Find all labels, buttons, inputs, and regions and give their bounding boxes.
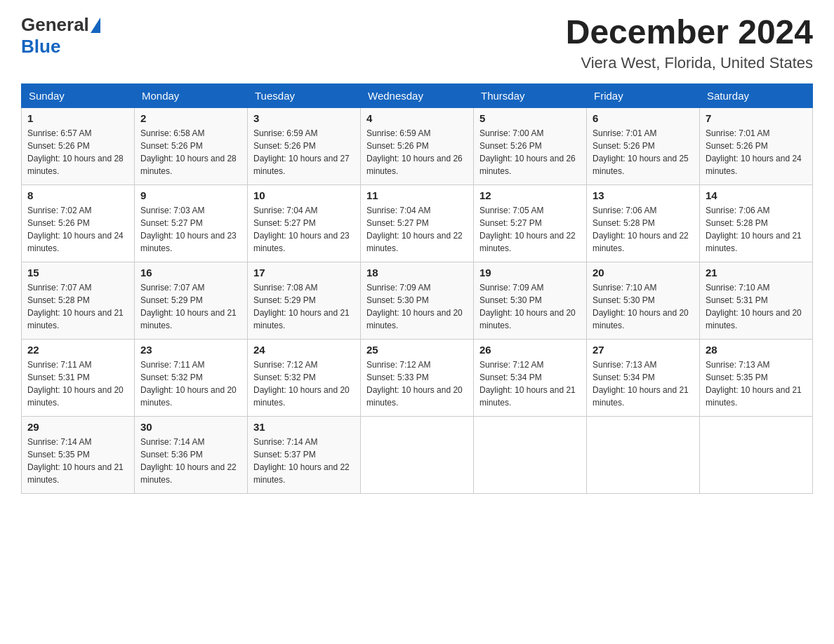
day-info: Sunrise: 7:00 AMSunset: 5:26 PMDaylight:…	[479, 127, 581, 177]
calendar-day-cell: 26Sunrise: 7:12 AMSunset: 5:34 PMDayligh…	[474, 339, 587, 416]
day-number: 27	[593, 344, 694, 356]
day-info: Sunrise: 7:06 AMSunset: 5:28 PMDaylight:…	[593, 204, 694, 255]
day-info: Sunrise: 7:05 AMSunset: 5:27 PMDaylight:…	[479, 204, 581, 255]
day-number: 3	[253, 112, 355, 124]
calendar-day-cell: 17Sunrise: 7:08 AMSunset: 5:29 PMDayligh…	[248, 262, 361, 339]
calendar-day-cell: 20Sunrise: 7:10 AMSunset: 5:30 PMDayligh…	[587, 262, 700, 339]
day-number: 26	[479, 344, 581, 356]
day-number: 1	[27, 112, 128, 124]
calendar-day-cell: 29Sunrise: 7:14 AMSunset: 5:35 PMDayligh…	[22, 416, 135, 493]
day-number: 19	[479, 267, 581, 279]
day-number: 29	[27, 421, 128, 433]
day-number: 25	[366, 344, 468, 356]
day-info: Sunrise: 7:07 AMSunset: 5:29 PMDaylight:…	[140, 281, 241, 332]
day-info: Sunrise: 6:57 AMSunset: 5:26 PMDaylight:…	[27, 127, 128, 177]
weekday-header: Saturday	[700, 83, 813, 107]
calendar-day-cell	[587, 416, 700, 493]
day-info: Sunrise: 6:59 AMSunset: 5:26 PMDaylight:…	[366, 127, 468, 177]
calendar-day-cell: 10Sunrise: 7:04 AMSunset: 5:27 PMDayligh…	[248, 185, 361, 262]
calendar-day-cell: 6Sunrise: 7:01 AMSunset: 5:26 PMDaylight…	[587, 107, 700, 185]
calendar-day-cell: 5Sunrise: 7:00 AMSunset: 5:26 PMDaylight…	[474, 107, 587, 185]
logo-triangle-icon	[91, 18, 100, 33]
calendar-day-cell: 22Sunrise: 7:11 AMSunset: 5:31 PMDayligh…	[22, 339, 135, 416]
calendar-day-cell: 11Sunrise: 7:04 AMSunset: 5:27 PMDayligh…	[361, 185, 474, 262]
day-number: 7	[706, 112, 807, 124]
calendar-header: SundayMondayTuesdayWednesdayThursdayFrid…	[22, 83, 813, 107]
calendar-day-cell: 28Sunrise: 7:13 AMSunset: 5:35 PMDayligh…	[700, 339, 813, 416]
day-number: 21	[706, 267, 807, 279]
day-info: Sunrise: 7:11 AMSunset: 5:32 PMDaylight:…	[140, 358, 241, 409]
day-number: 4	[366, 112, 468, 124]
calendar-day-cell: 27Sunrise: 7:13 AMSunset: 5:34 PMDayligh…	[587, 339, 700, 416]
calendar-day-cell	[361, 416, 474, 493]
calendar-day-cell: 30Sunrise: 7:14 AMSunset: 5:36 PMDayligh…	[135, 416, 248, 493]
day-number: 12	[479, 189, 581, 201]
logo-blue-text: Blue	[21, 36, 60, 57]
day-number: 13	[593, 189, 694, 201]
day-number: 16	[140, 267, 241, 279]
weekday-header: Tuesday	[248, 83, 361, 107]
calendar-day-cell: 18Sunrise: 7:09 AMSunset: 5:30 PMDayligh…	[361, 262, 474, 339]
day-info: Sunrise: 7:06 AMSunset: 5:28 PMDaylight:…	[706, 204, 807, 255]
day-info: Sunrise: 7:08 AMSunset: 5:29 PMDaylight:…	[253, 281, 355, 332]
calendar-day-cell: 24Sunrise: 7:12 AMSunset: 5:32 PMDayligh…	[248, 339, 361, 416]
calendar-day-cell: 12Sunrise: 7:05 AMSunset: 5:27 PMDayligh…	[474, 185, 587, 262]
day-info: Sunrise: 7:04 AMSunset: 5:27 PMDaylight:…	[253, 204, 355, 255]
logo: General Blue	[21, 14, 100, 58]
day-info: Sunrise: 7:01 AMSunset: 5:26 PMDaylight:…	[706, 127, 807, 177]
calendar-day-cell: 14Sunrise: 7:06 AMSunset: 5:28 PMDayligh…	[700, 185, 813, 262]
day-info: Sunrise: 7:12 AMSunset: 5:33 PMDaylight:…	[366, 358, 468, 409]
day-number: 31	[253, 421, 355, 433]
calendar-day-cell: 16Sunrise: 7:07 AMSunset: 5:29 PMDayligh…	[135, 262, 248, 339]
calendar-week-row: 15Sunrise: 7:07 AMSunset: 5:28 PMDayligh…	[22, 262, 813, 339]
calendar-week-row: 8Sunrise: 7:02 AMSunset: 5:26 PMDaylight…	[22, 185, 813, 262]
calendar-day-cell: 23Sunrise: 7:11 AMSunset: 5:32 PMDayligh…	[135, 339, 248, 416]
day-number: 24	[253, 344, 355, 356]
weekday-header: Friday	[587, 83, 700, 107]
day-info: Sunrise: 7:04 AMSunset: 5:27 PMDaylight:…	[366, 204, 468, 255]
day-info: Sunrise: 7:10 AMSunset: 5:31 PMDaylight:…	[706, 281, 807, 332]
calendar-day-cell	[700, 416, 813, 493]
day-info: Sunrise: 7:12 AMSunset: 5:34 PMDaylight:…	[479, 358, 581, 409]
day-info: Sunrise: 7:09 AMSunset: 5:30 PMDaylight:…	[479, 281, 581, 332]
weekday-header: Sunday	[22, 83, 135, 107]
calendar-day-cell: 31Sunrise: 7:14 AMSunset: 5:37 PMDayligh…	[248, 416, 361, 493]
day-info: Sunrise: 7:10 AMSunset: 5:30 PMDaylight:…	[593, 281, 694, 332]
title-area: December 2024 Viera West, Florida, Unite…	[566, 14, 813, 72]
day-number: 10	[253, 189, 355, 201]
calendar-body: 1Sunrise: 6:57 AMSunset: 5:26 PMDaylight…	[22, 107, 813, 493]
calendar-day-cell: 4Sunrise: 6:59 AMSunset: 5:26 PMDaylight…	[361, 107, 474, 185]
calendar-day-cell: 3Sunrise: 6:59 AMSunset: 5:26 PMDaylight…	[248, 107, 361, 185]
day-number: 2	[140, 112, 241, 124]
day-info: Sunrise: 7:07 AMSunset: 5:28 PMDaylight:…	[27, 281, 128, 332]
weekday-header: Monday	[135, 83, 248, 107]
page-header: General Blue December 2024 Viera West, F…	[21, 14, 813, 72]
day-number: 18	[366, 267, 468, 279]
day-info: Sunrise: 7:14 AMSunset: 5:35 PMDaylight:…	[27, 436, 128, 486]
day-number: 14	[706, 189, 807, 201]
day-info: Sunrise: 6:59 AMSunset: 5:26 PMDaylight:…	[253, 127, 355, 177]
day-info: Sunrise: 7:03 AMSunset: 5:27 PMDaylight:…	[140, 204, 241, 255]
day-info: Sunrise: 7:01 AMSunset: 5:26 PMDaylight:…	[593, 127, 694, 177]
day-number: 22	[27, 344, 128, 356]
day-number: 6	[593, 112, 694, 124]
calendar-day-cell: 1Sunrise: 6:57 AMSunset: 5:26 PMDaylight…	[22, 107, 135, 185]
calendar-day-cell: 2Sunrise: 6:58 AMSunset: 5:26 PMDaylight…	[135, 107, 248, 185]
day-number: 15	[27, 267, 128, 279]
day-info: Sunrise: 7:11 AMSunset: 5:31 PMDaylight:…	[27, 358, 128, 409]
calendar-day-cell: 19Sunrise: 7:09 AMSunset: 5:30 PMDayligh…	[474, 262, 587, 339]
weekday-header: Wednesday	[361, 83, 474, 107]
day-number: 23	[140, 344, 241, 356]
day-number: 9	[140, 189, 241, 201]
calendar-day-cell: 8Sunrise: 7:02 AMSunset: 5:26 PMDaylight…	[22, 185, 135, 262]
day-info: Sunrise: 7:13 AMSunset: 5:34 PMDaylight:…	[593, 358, 694, 409]
day-info: Sunrise: 7:14 AMSunset: 5:36 PMDaylight:…	[140, 436, 241, 486]
calendar-week-row: 29Sunrise: 7:14 AMSunset: 5:35 PMDayligh…	[22, 416, 813, 493]
calendar-week-row: 1Sunrise: 6:57 AMSunset: 5:26 PMDaylight…	[22, 107, 813, 185]
calendar-day-cell: 7Sunrise: 7:01 AMSunset: 5:26 PMDaylight…	[700, 107, 813, 185]
calendar-day-cell: 15Sunrise: 7:07 AMSunset: 5:28 PMDayligh…	[22, 262, 135, 339]
calendar-title: December 2024	[566, 14, 813, 51]
day-number: 20	[593, 267, 694, 279]
day-info: Sunrise: 7:09 AMSunset: 5:30 PMDaylight:…	[366, 281, 468, 332]
calendar-day-cell: 9Sunrise: 7:03 AMSunset: 5:27 PMDaylight…	[135, 185, 248, 262]
